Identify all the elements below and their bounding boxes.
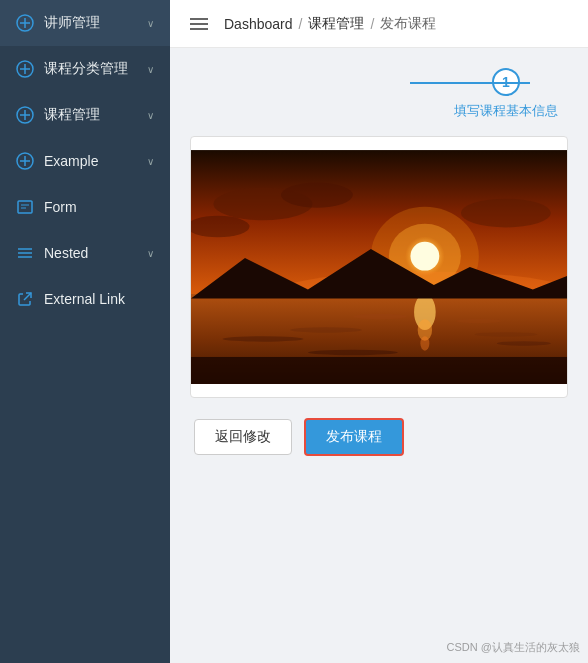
nested-icon: [16, 244, 34, 262]
chevron-icon: ∨: [147, 156, 154, 167]
breadcrumb-publish: 发布课程: [380, 15, 436, 33]
image-placeholder: [191, 137, 567, 397]
svg-rect-37: [191, 357, 567, 384]
svg-point-35: [308, 350, 398, 355]
chevron-icon: ∨: [147, 110, 154, 121]
sidebar: 讲师管理 ∨ 课程分类管理 ∨ 课程管理 ∨: [0, 0, 170, 663]
back-button[interactable]: 返回修改: [194, 419, 292, 455]
chevron-icon: ∨: [147, 18, 154, 29]
sidebar-item-external-link-label: External Link: [44, 291, 154, 307]
course-manage-icon: [16, 106, 34, 124]
sunset-image: [191, 137, 567, 397]
publish-button[interactable]: 发布课程: [304, 418, 404, 456]
header: Dashboard / 课程管理 / 发布课程: [170, 0, 588, 48]
main-content: Dashboard / 课程管理 / 发布课程 1 填写课程基本信息: [170, 0, 588, 663]
breadcrumb-sep2: /: [370, 16, 374, 32]
step-line: [410, 82, 530, 84]
sidebar-item-example[interactable]: Example ∨: [0, 138, 170, 184]
breadcrumb: Dashboard / 课程管理 / 发布课程: [224, 15, 436, 33]
sidebar-item-external-link[interactable]: External Link: [0, 276, 170, 322]
svg-point-39: [281, 182, 353, 207]
watermark: CSDN @认真生活的灰太狼: [447, 640, 580, 655]
buttons-area: 返回修改 发布课程: [190, 418, 568, 456]
sidebar-item-course-manage-label: 课程管理: [44, 106, 137, 124]
chevron-icon: ∨: [147, 248, 154, 259]
sidebar-item-form-label: Form: [44, 199, 154, 215]
instructor-icon: [16, 14, 34, 32]
sidebar-item-example-label: Example: [44, 153, 137, 169]
sidebar-item-nested-label: Nested: [44, 245, 137, 261]
svg-point-23: [410, 242, 439, 271]
svg-point-30: [456, 319, 501, 323]
chevron-icon: ∨: [147, 64, 154, 75]
sidebar-item-course-category-label: 课程分类管理: [44, 60, 137, 78]
sidebar-item-nested[interactable]: Nested ∨: [0, 230, 170, 276]
page-content: 1 填写课程基本信息: [170, 48, 588, 663]
svg-point-28: [420, 336, 429, 350]
svg-point-31: [290, 327, 362, 332]
sidebar-item-course-category[interactable]: 课程分类管理 ∨: [0, 46, 170, 92]
hamburger-button[interactable]: [190, 18, 208, 30]
sidebar-item-instructor-label: 讲师管理: [44, 14, 137, 32]
course-category-icon: [16, 60, 34, 78]
svg-point-32: [474, 332, 537, 336]
external-link-icon: [16, 290, 34, 308]
svg-point-29: [353, 314, 407, 319]
svg-point-34: [497, 341, 551, 345]
breadcrumb-course-manage[interactable]: 课程管理: [308, 15, 364, 33]
svg-line-18: [24, 293, 31, 300]
step-1: 1 填写课程基本信息: [454, 68, 558, 120]
svg-point-33: [222, 336, 303, 341]
sidebar-item-course-manage[interactable]: 课程管理 ∨: [0, 92, 170, 138]
step-label: 填写课程基本信息: [454, 102, 558, 120]
sidebar-item-form[interactable]: Form: [0, 184, 170, 230]
example-icon: [16, 152, 34, 170]
breadcrumb-sep1: /: [299, 16, 303, 32]
breadcrumb-dashboard[interactable]: Dashboard: [224, 16, 293, 32]
svg-point-40: [461, 199, 551, 228]
form-icon: [16, 198, 34, 216]
sidebar-item-instructor[interactable]: 讲师管理 ∨: [0, 0, 170, 46]
steps-container: 1 填写课程基本信息: [190, 68, 568, 120]
svg-rect-12: [18, 201, 32, 213]
image-panel: [190, 136, 568, 398]
